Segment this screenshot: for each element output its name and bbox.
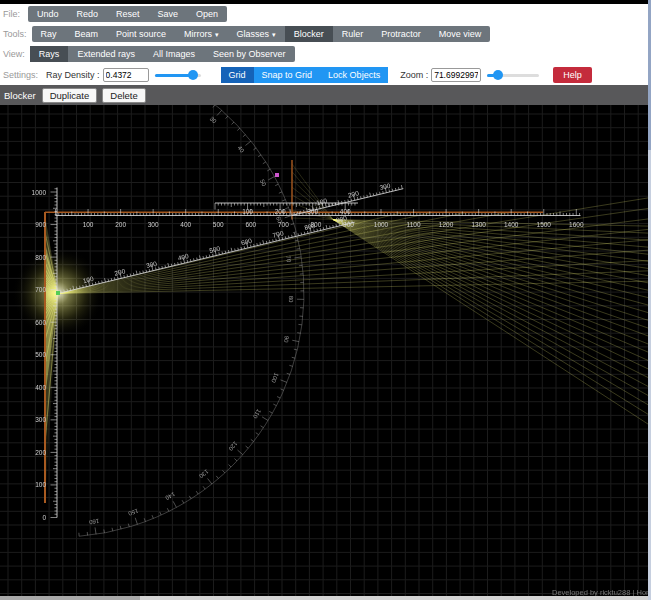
tool-beam-button[interactable]: Beam: [66, 26, 108, 42]
tools-row-label: Tools:: [3, 29, 27, 39]
file-button-group: Undo Redo Reset Save Open: [28, 6, 227, 22]
selected-object-type: Blocker: [4, 90, 36, 101]
help-button[interactable]: Help: [553, 67, 592, 83]
view-button-group: Rays Extended rays All Images Seen by Ob…: [30, 46, 295, 62]
tool-mirrors-label: Mirrors: [184, 29, 212, 39]
tool-glasses-dropdown[interactable]: Glasses▾: [228, 26, 285, 42]
ray-density-label: Ray Density :: [46, 70, 100, 80]
horizontal-scrollbar-thumb[interactable]: [0, 596, 140, 600]
ray-density-slider[interactable]: [155, 69, 201, 82]
ray-density-input[interactable]: [103, 68, 149, 82]
save-button[interactable]: Save: [149, 6, 188, 22]
snap-to-grid-button[interactable]: Snap to Grid: [254, 67, 321, 83]
selected-object-bar: Blocker Duplicate Delete: [0, 85, 651, 105]
view-rays-button[interactable]: Rays: [30, 46, 69, 62]
grid-toggle-button[interactable]: Grid: [221, 67, 254, 83]
redo-button[interactable]: Redo: [68, 6, 108, 22]
toolbar: File: Undo Redo Reset Save Open Tools: R…: [0, 4, 651, 87]
slider-thumb[interactable]: [493, 70, 503, 80]
slider-fill: [155, 74, 191, 77]
file-row: File: Undo Redo Reset Save Open: [0, 4, 651, 24]
view-extended-rays-button[interactable]: Extended rays: [68, 46, 144, 62]
tool-blocker-button[interactable]: Blocker: [285, 26, 333, 42]
tool-glasses-label: Glasses: [237, 29, 270, 39]
duplicate-button[interactable]: Duplicate: [42, 88, 98, 103]
tool-ruler-button[interactable]: Ruler: [333, 26, 373, 42]
simulation-canvas[interactable]: [0, 105, 651, 596]
view-row: View: Rays Extended rays All Images Seen…: [0, 44, 651, 64]
tool-ray-button[interactable]: Ray: [32, 26, 66, 42]
tools-button-group: Ray Beam Point source Mirrors▾ Glasses▾ …: [32, 26, 491, 42]
view-all-images-button[interactable]: All Images: [144, 46, 204, 62]
zoom-label: Zoom :: [400, 70, 428, 80]
settings-row-label: Settings:: [3, 70, 38, 80]
settings-row: Settings: Ray Density : Grid Snap to Gri…: [0, 64, 651, 87]
reset-button[interactable]: Reset: [107, 6, 149, 22]
zoom-input[interactable]: [431, 68, 481, 82]
tool-move-view-button[interactable]: Move view: [430, 26, 491, 42]
zoom-slider[interactable]: [487, 69, 539, 82]
chevron-down-icon: ▾: [215, 31, 219, 38]
file-row-label: File:: [3, 9, 23, 19]
tool-protractor-button[interactable]: Protractor: [372, 26, 430, 42]
horizontal-scrollbar[interactable]: [0, 596, 651, 600]
slider-thumb[interactable]: [188, 70, 198, 80]
tool-point-source-button[interactable]: Point source: [107, 26, 175, 42]
undo-button[interactable]: Undo: [28, 6, 68, 22]
chevron-down-icon: ▾: [272, 31, 276, 38]
grid-button-group: Grid Snap to Grid Lock Objects: [221, 67, 389, 83]
lock-objects-button[interactable]: Lock Objects: [320, 67, 388, 83]
delete-button[interactable]: Delete: [102, 88, 145, 103]
tool-mirrors-dropdown[interactable]: Mirrors▾: [175, 26, 228, 42]
view-row-label: View:: [3, 49, 25, 59]
open-button[interactable]: Open: [187, 6, 227, 22]
tools-row: Tools: Ray Beam Point source Mirrors▾ Gl…: [0, 24, 651, 44]
view-seen-by-observer-button[interactable]: Seen by Observer: [204, 46, 295, 62]
